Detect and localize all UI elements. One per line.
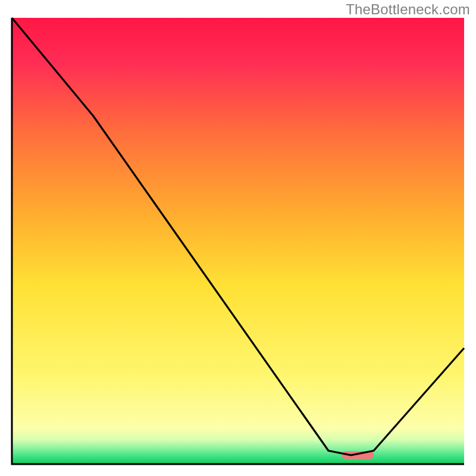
gradient-background: [12, 18, 464, 464]
chart-svg: [0, 0, 476, 476]
bottleneck-chart: TheBottleneck.com: [0, 0, 476, 476]
plot-area: [12, 18, 464, 464]
watermark-text: TheBottleneck.com: [346, 1, 470, 18]
